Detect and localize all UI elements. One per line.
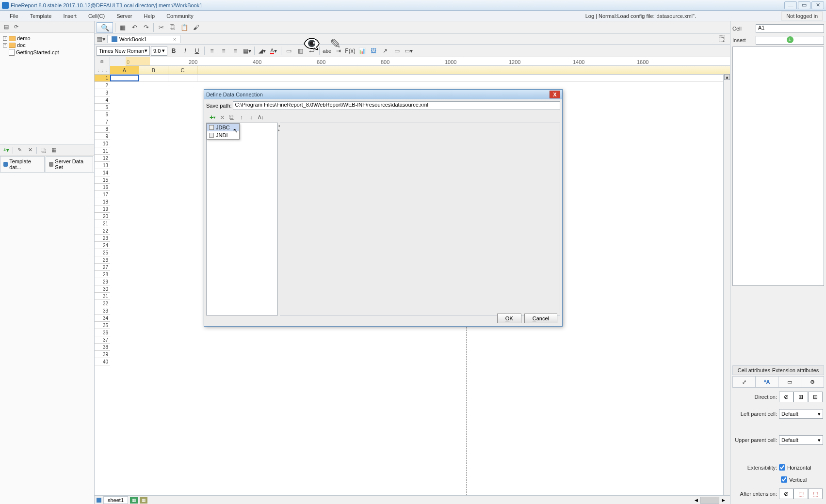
align-center-icon[interactable]: ≡ bbox=[218, 46, 229, 56]
move-up-icon[interactable]: ↑ bbox=[237, 113, 246, 122]
minimize-button[interactable]: — bbox=[784, 1, 797, 9]
column-header-b[interactable]: B bbox=[139, 66, 168, 74]
row-header[interactable]: 23 bbox=[95, 235, 110, 242]
image-icon[interactable]: 🖼 bbox=[368, 46, 379, 56]
tree-file-gettingstarted[interactable]: GettingStarted.cpt bbox=[2, 48, 92, 56]
delete-connection-button[interactable]: ✕ bbox=[218, 113, 227, 122]
undo-icon[interactable]: ↶ bbox=[129, 22, 140, 33]
visibility-off-icon[interactable]: 👁‍🗨 bbox=[303, 36, 320, 52]
font-color-icon[interactable]: A▾ bbox=[268, 46, 279, 56]
row-header[interactable]: 33 bbox=[95, 307, 110, 315]
row-header[interactable]: 16 bbox=[95, 184, 110, 191]
direction-none-button[interactable]: ⊘ bbox=[779, 392, 794, 402]
restore-icon[interactable]: ⿹ bbox=[716, 34, 727, 45]
row-header[interactable]: 9 bbox=[95, 133, 110, 140]
left-parent-select[interactable]: Default▾ bbox=[779, 409, 823, 419]
row-header[interactable]: 22 bbox=[95, 227, 110, 235]
dialog-close-button[interactable]: X bbox=[550, 91, 560, 98]
column-header-a[interactable]: A bbox=[110, 66, 139, 74]
refresh-icon[interactable]: ⟳ bbox=[12, 23, 20, 32]
column-header-c[interactable]: C bbox=[168, 66, 197, 74]
cancel-button[interactable]: Cancel bbox=[524, 314, 557, 323]
paste-icon[interactable]: 📋 bbox=[179, 22, 190, 33]
after-ext-none-button[interactable]: ⊘ bbox=[779, 488, 794, 499]
cell-a1[interactable] bbox=[110, 75, 139, 81]
grid-view-icon[interactable]: ▦▾ bbox=[97, 35, 105, 44]
row-header[interactable]: 1 bbox=[95, 75, 110, 82]
merge-icon[interactable]: ▭ bbox=[283, 46, 294, 56]
save-icon[interactable]: ▦ bbox=[117, 22, 128, 33]
align-left-icon[interactable]: ≡ bbox=[207, 46, 217, 56]
expand-icon[interactable]: + bbox=[3, 43, 7, 47]
italic-button[interactable]: I bbox=[180, 46, 191, 56]
add-sheet-icon[interactable]: ▦ bbox=[140, 497, 147, 504]
row-header[interactable]: 26 bbox=[95, 256, 110, 264]
sheet-tab-1[interactable]: sheet1 bbox=[103, 496, 128, 504]
row-header[interactable]: 28 bbox=[95, 271, 110, 278]
row-header[interactable]: 4 bbox=[95, 96, 110, 104]
row-header[interactable]: 15 bbox=[95, 176, 110, 184]
row-header[interactable]: 24 bbox=[95, 242, 110, 249]
fill-color-icon[interactable]: ◢▾ bbox=[257, 46, 267, 56]
formula-icon[interactable]: F(x) bbox=[345, 46, 356, 56]
menu-server[interactable]: Server bbox=[111, 12, 138, 20]
row-header[interactable]: 12 bbox=[95, 155, 110, 162]
scroll-right-icon[interactable]: ▶ bbox=[719, 497, 727, 504]
row-header[interactable]: 3 bbox=[95, 89, 110, 96]
workbook-tab[interactable]: WorkBook1 × bbox=[107, 35, 180, 43]
menu-insert[interactable]: Insert bbox=[57, 12, 82, 20]
direction-vertical-button[interactable]: ⊞ bbox=[794, 392, 808, 402]
row-header[interactable]: 40 bbox=[95, 358, 110, 365]
scroll-left-icon[interactable]: ◀ bbox=[692, 497, 700, 504]
row-header[interactable]: 31 bbox=[95, 293, 110, 300]
row-header[interactable]: 14 bbox=[95, 169, 110, 176]
row-header[interactable]: 20 bbox=[95, 213, 110, 220]
new-file-icon[interactable]: ▤ bbox=[2, 23, 11, 32]
dialog-title-bar[interactable]: Define Data Connection X bbox=[204, 90, 562, 99]
preview-button[interactable]: 🔍 bbox=[97, 22, 113, 33]
row-header[interactable]: 27 bbox=[95, 264, 110, 271]
row-header[interactable]: 39 bbox=[95, 351, 110, 358]
row-header[interactable]: 37 bbox=[95, 336, 110, 344]
row-header[interactable]: 35 bbox=[95, 322, 110, 329]
edit-icon[interactable]: ✎ bbox=[15, 146, 24, 155]
preview-icon[interactable]: ▦ bbox=[49, 146, 58, 155]
direction-horizontal-button[interactable]: ⊟ bbox=[808, 392, 823, 402]
after-ext-row-button[interactable]: ⬚ bbox=[794, 488, 808, 499]
add-icon[interactable]: + bbox=[787, 36, 794, 43]
format-painter-icon[interactable]: 🖌 bbox=[191, 22, 201, 33]
row-header[interactable]: 17 bbox=[95, 191, 110, 198]
add-dataset-icon[interactable]: +▾ bbox=[2, 146, 11, 155]
delete-icon[interactable]: ✕ bbox=[26, 146, 34, 155]
sort-icon[interactable]: A↓ bbox=[257, 113, 265, 122]
row-header[interactable]: 6 bbox=[95, 111, 110, 118]
scroll-thumb[interactable] bbox=[700, 497, 719, 504]
tab-template-data[interactable]: Template dat... bbox=[0, 156, 45, 172]
after-ext-col-button[interactable]: ⬚ bbox=[808, 488, 823, 499]
tab-expand-icon[interactable]: ⤢ bbox=[733, 377, 756, 387]
bold-button[interactable]: B bbox=[168, 46, 179, 56]
font-name-select[interactable]: Times New Roman▾ bbox=[97, 46, 150, 56]
edit-pencil-icon[interactable]: ✎ bbox=[330, 36, 341, 52]
widget-icon[interactable]: ▭▾ bbox=[403, 46, 414, 56]
row-header[interactable]: 5 bbox=[95, 104, 110, 111]
connection-list[interactable]: JDBC JNDI ↖ bbox=[206, 123, 278, 315]
row-header[interactable]: 2 bbox=[95, 82, 110, 89]
row-header[interactable]: 7 bbox=[95, 118, 110, 126]
row-header[interactable]: 18 bbox=[95, 198, 110, 205]
cell-ref-input[interactable]: A1 bbox=[756, 24, 824, 33]
row-header[interactable]: 30 bbox=[95, 285, 110, 293]
expand-icon[interactable]: + bbox=[3, 36, 7, 41]
tab-other-icon[interactable]: ⚙ bbox=[801, 377, 824, 387]
tab-server-data[interactable]: Server Data Set bbox=[46, 156, 93, 172]
border-icon[interactable]: ▦▾ bbox=[242, 46, 252, 56]
menu-cell[interactable]: Cell(C) bbox=[82, 12, 111, 20]
copy-icon[interactable]: ⿻ bbox=[39, 146, 48, 155]
select-all-corner[interactable]: ⋮⋮⋮ bbox=[95, 66, 110, 75]
chart-icon[interactable]: 📊 bbox=[356, 46, 367, 56]
close-button[interactable]: ✕ bbox=[811, 1, 824, 9]
vertical-checkbox[interactable] bbox=[781, 476, 787, 483]
row-header[interactable]: 10 bbox=[95, 140, 110, 147]
row-header[interactable]: 19 bbox=[95, 205, 110, 213]
align-right-icon[interactable]: ≡ bbox=[230, 46, 241, 56]
